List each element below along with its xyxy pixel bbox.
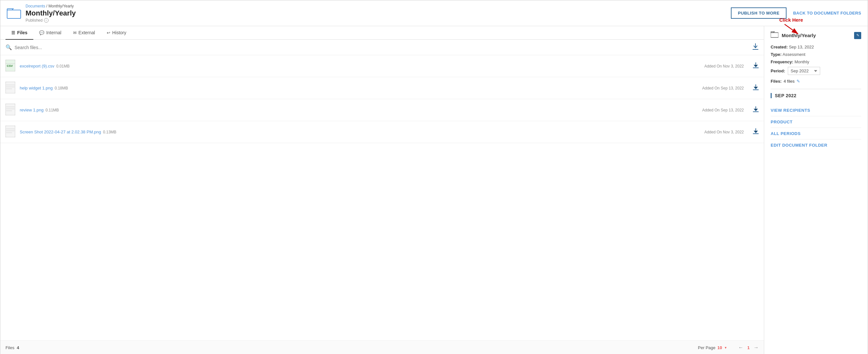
header-right: PUBLISH TO MORE BACK TO DOCUMENT FOLDERS [731, 7, 861, 19]
page-nav: ← 1 → [738, 345, 759, 350]
file-date: Added On Nov 3, 2022 [704, 64, 749, 68]
frequency-label: Frequency: [771, 60, 793, 64]
period-section-label: SEP 2022 [775, 93, 797, 98]
files-meta-value: 4 files [784, 79, 795, 84]
svg-rect-0 [7, 10, 21, 19]
sidebar-folder-icon [771, 31, 778, 39]
left-panel: ☰ Files 💬 Internal ✉ External ↩ History [0, 26, 764, 354]
frequency-value: Monthly [795, 60, 809, 64]
file-date: Added On Nov 3, 2022 [704, 130, 749, 134]
period-row: Period: Sep 2022 [771, 67, 861, 75]
view-recipients-link[interactable]: VIEW RECIPIENTS [771, 105, 861, 116]
svg-rect-8 [5, 82, 15, 93]
search-bar: 🔍 [0, 40, 764, 55]
next-page-button[interactable]: → [753, 345, 759, 350]
tab-internal-label: Internal [46, 30, 61, 35]
file-info: Screen Shot 2022-04-27 at 2.02.38 PM.png… [20, 130, 701, 134]
folder-icon-large [7, 7, 21, 19]
header-left: Documents / Monthly/Yearly Monthly/Yearl… [7, 4, 76, 23]
file-info: excelreport (9).csv 0.01MB [20, 64, 701, 68]
files-meta-row: Files: 4 files ✎ [771, 79, 861, 84]
files-count: Files 4 [5, 345, 19, 350]
history-tab-icon: ↩ [107, 30, 110, 35]
created-row: Created: Sep 13, 2022 [771, 44, 861, 49]
type-value: Assessment [783, 52, 806, 57]
tab-files-label: Files [17, 30, 28, 35]
file-download-button[interactable] [753, 106, 759, 114]
sidebar-title: Monthly/Yearly [782, 33, 851, 38]
prev-page-button[interactable]: ← [738, 345, 743, 350]
file-name[interactable]: excelreport (9).csv [20, 64, 54, 68]
header-right-wrapper: PUBLISH TO MORE BACK TO DOCUMENT FOLDERS… [731, 7, 861, 19]
header-title-block: Documents / Monthly/Yearly Monthly/Yearl… [26, 4, 76, 23]
right-panel: Monthly/Yearly ✎ Created: Sep 13, 2022 T… [764, 26, 868, 354]
tab-external-label: External [79, 30, 95, 35]
breadcrumb-separator: / [46, 4, 49, 8]
external-tab-icon: ✉ [73, 30, 76, 35]
search-icon: 🔍 [5, 44, 12, 50]
period-select[interactable]: Sep 2022 [788, 67, 820, 75]
all-periods-link[interactable]: ALL PERIODS [771, 128, 861, 140]
edit-folder-icon[interactable]: ✎ [854, 32, 861, 39]
per-page-value: 10 [717, 345, 722, 350]
per-page-control: Per Page 10 ▾ [698, 345, 727, 350]
table-row: CSV excelreport (9).csv 0.01MB Added On … [0, 55, 764, 77]
file-date: Added On Sep 13, 2022 [702, 86, 749, 91]
header: Documents / Monthly/Yearly Monthly/Yearl… [0, 0, 868, 26]
files-meta-label: Files: [771, 79, 782, 84]
file-download-button[interactable] [753, 84, 759, 92]
tab-history-label: History [112, 30, 126, 35]
type-row: Type: Assessment [771, 52, 861, 57]
breadcrumb-documents[interactable]: Documents [26, 4, 45, 8]
publish-button[interactable]: PUBLISH TO MORE [731, 7, 787, 19]
svg-rect-23 [771, 33, 778, 37]
svg-rect-13 [5, 104, 15, 115]
tab-history[interactable]: ↩ History [101, 26, 132, 40]
file-icon-csv: CSV [5, 60, 16, 72]
files-list: CSV excelreport (9).csv 0.01MB Added On … [0, 55, 764, 341]
file-name[interactable]: review 1.png [20, 108, 44, 112]
current-page: 1 [747, 345, 750, 350]
info-icon[interactable]: i [44, 18, 49, 23]
internal-tab-icon: 💬 [39, 30, 44, 35]
file-name[interactable]: Screen Shot 2022-04-27 at 2.02.38 PM.png [20, 130, 101, 134]
file-icon-img [5, 82, 16, 94]
main-layout: ☰ Files 💬 Internal ✉ External ↩ History [0, 26, 868, 354]
page-title: Monthly/Yearly [26, 9, 76, 17]
type-label: Type: [771, 52, 782, 57]
file-date: Added On Sep 13, 2022 [702, 108, 749, 112]
period-label: Period: [771, 68, 785, 73]
files-edit-pencil[interactable]: ✎ [797, 79, 800, 84]
file-download-button[interactable] [753, 62, 759, 70]
back-to-folders-link[interactable]: BACK TO DOCUMENT FOLDERS [793, 11, 861, 15]
download-all-button[interactable] [752, 43, 759, 52]
pagination: Files 4 Per Page 10 ▾ ← 1 → [0, 341, 764, 354]
created-label: Created: [771, 44, 788, 49]
table-row: Screen Shot 2022-04-27 at 2.02.38 PM.png… [0, 121, 764, 143]
per-page-chevron[interactable]: ▾ [725, 346, 727, 350]
published-badge: Published i [26, 18, 76, 23]
per-page-label: Per Page [698, 345, 715, 350]
tab-files[interactable]: ☰ Files [5, 26, 33, 40]
search-input[interactable] [14, 45, 750, 50]
product-link[interactable]: PRODUCT [771, 116, 861, 128]
file-info: review 1.png 0.11MB [20, 108, 698, 112]
svg-rect-18 [5, 126, 15, 137]
table-row: help widget 1.png 0.18MB Added On Sep 13… [0, 77, 764, 99]
file-name[interactable]: help widget 1.png [20, 85, 53, 91]
file-icon-img [5, 126, 16, 138]
svg-text:CSV: CSV [7, 64, 13, 68]
files-tab-icon: ☰ [11, 30, 15, 35]
edit-document-folder-link[interactable]: EDIT DOCUMENT FOLDER [771, 140, 861, 151]
file-size: 0.01MB [56, 64, 69, 68]
tab-external[interactable]: ✉ External [67, 26, 101, 40]
frequency-row: Frequency: Monthly [771, 60, 861, 64]
period-section: SEP 2022 [771, 93, 861, 98]
file-download-button[interactable] [753, 128, 759, 136]
created-value: Sep 13, 2022 [789, 44, 814, 49]
breadcrumb-current: Monthly/Yearly [49, 4, 74, 8]
tab-internal[interactable]: 💬 Internal [33, 26, 67, 40]
right-panel-header: Monthly/Yearly ✎ [771, 31, 861, 39]
tabs: ☰ Files 💬 Internal ✉ External ↩ History [0, 26, 764, 40]
table-row: review 1.png 0.11MB Added On Sep 13, 202… [0, 99, 764, 121]
